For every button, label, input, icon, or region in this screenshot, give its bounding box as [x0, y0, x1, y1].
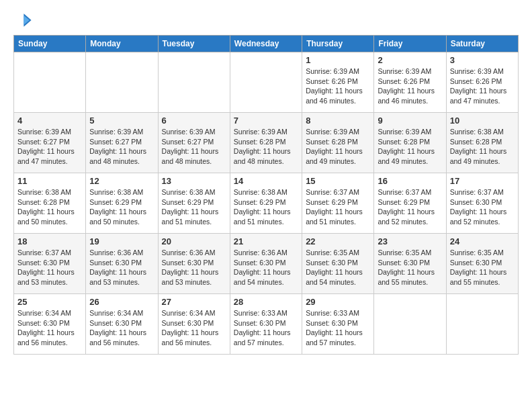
day-number: 23: [378, 236, 442, 246]
day-info: Sunrise: 6:37 AMSunset: 6:29 PMDaylight:…: [306, 187, 370, 227]
day-number: 26: [89, 297, 154, 307]
day-info: Sunrise: 6:35 AMSunset: 6:30 PMDaylight:…: [378, 248, 442, 287]
day-number: 7: [234, 116, 298, 126]
calendar-header-sunday: Sunday: [14, 36, 86, 52]
calendar-cell: 3Sunrise: 6:39 AMSunset: 6:26 PMDaylight…: [446, 52, 518, 113]
calendar-cell: 4Sunrise: 6:39 AMSunset: 6:27 PMDaylight…: [14, 113, 86, 173]
day-info: Sunrise: 6:39 AMSunset: 6:28 PMDaylight:…: [234, 127, 298, 167]
day-number: 15: [306, 176, 370, 186]
day-info: Sunrise: 6:36 AMSunset: 6:30 PMDaylight:…: [162, 248, 226, 287]
day-number: 6: [162, 116, 226, 126]
day-info: Sunrise: 6:39 AMSunset: 6:26 PMDaylight:…: [378, 66, 442, 106]
calendar-cell: 6Sunrise: 6:39 AMSunset: 6:27 PMDaylight…: [158, 113, 230, 173]
calendar-cell: 11Sunrise: 6:38 AMSunset: 6:28 PMDayligh…: [14, 173, 86, 234]
day-info: Sunrise: 6:38 AMSunset: 6:28 PMDaylight:…: [17, 187, 82, 227]
day-info: Sunrise: 6:33 AMSunset: 6:30 PMDaylight:…: [234, 308, 298, 348]
calendar-cell: 23Sunrise: 6:35 AMSunset: 6:30 PMDayligh…: [374, 234, 446, 294]
day-number: 4: [17, 116, 82, 126]
calendar-cell: 2Sunrise: 6:39 AMSunset: 6:26 PMDaylight…: [374, 52, 446, 113]
calendar-cell: 29Sunrise: 6:33 AMSunset: 6:30 PMDayligh…: [302, 294, 374, 355]
day-number: 16: [378, 176, 442, 186]
calendar-cell: 12Sunrise: 6:38 AMSunset: 6:29 PMDayligh…: [86, 173, 158, 234]
calendar-cell: 13Sunrise: 6:38 AMSunset: 6:29 PMDayligh…: [158, 173, 230, 234]
day-info: Sunrise: 6:35 AMSunset: 6:30 PMDaylight:…: [306, 248, 370, 287]
calendar-header-saturday: Saturday: [446, 36, 518, 52]
calendar-cell: 19Sunrise: 6:36 AMSunset: 6:30 PMDayligh…: [86, 234, 158, 294]
calendar: SundayMondayTuesdayWednesdayThursdayFrid…: [13, 35, 519, 355]
day-number: 12: [89, 176, 154, 186]
calendar-header-tuesday: Tuesday: [158, 36, 230, 52]
day-number: 20: [162, 236, 226, 246]
calendar-cell: [446, 294, 518, 355]
calendar-week-row: 4Sunrise: 6:39 AMSunset: 6:27 PMDaylight…: [14, 113, 519, 173]
calendar-week-row: 1Sunrise: 6:39 AMSunset: 6:26 PMDaylight…: [14, 52, 519, 113]
day-info: Sunrise: 6:38 AMSunset: 6:28 PMDaylight:…: [450, 127, 515, 167]
day-info: Sunrise: 6:38 AMSunset: 6:29 PMDaylight:…: [234, 187, 298, 227]
header-area: [13, 11, 519, 30]
day-info: Sunrise: 6:34 AMSunset: 6:30 PMDaylight:…: [17, 308, 82, 348]
calendar-cell: 7Sunrise: 6:39 AMSunset: 6:28 PMDaylight…: [230, 113, 302, 173]
calendar-cell: 22Sunrise: 6:35 AMSunset: 6:30 PMDayligh…: [302, 234, 374, 294]
day-number: 10: [450, 116, 515, 126]
day-number: 13: [162, 176, 226, 186]
calendar-cell: 25Sunrise: 6:34 AMSunset: 6:30 PMDayligh…: [14, 294, 86, 355]
calendar-cell: 17Sunrise: 6:37 AMSunset: 6:30 PMDayligh…: [446, 173, 518, 234]
calendar-cell: 16Sunrise: 6:37 AMSunset: 6:29 PMDayligh…: [374, 173, 446, 234]
day-info: Sunrise: 6:34 AMSunset: 6:30 PMDaylight:…: [89, 308, 154, 348]
logo: [13, 11, 35, 30]
calendar-cell: [14, 52, 86, 113]
day-info: Sunrise: 6:39 AMSunset: 6:26 PMDaylight:…: [450, 66, 515, 106]
day-number: 14: [234, 176, 298, 186]
day-info: Sunrise: 6:39 AMSunset: 6:26 PMDaylight:…: [306, 66, 370, 106]
day-info: Sunrise: 6:36 AMSunset: 6:30 PMDaylight:…: [234, 248, 298, 287]
day-info: Sunrise: 6:38 AMSunset: 6:29 PMDaylight:…: [162, 187, 226, 227]
calendar-cell: 15Sunrise: 6:37 AMSunset: 6:29 PMDayligh…: [302, 173, 374, 234]
calendar-cell: 10Sunrise: 6:38 AMSunset: 6:28 PMDayligh…: [446, 113, 518, 173]
day-number: 29: [306, 297, 370, 307]
calendar-header-monday: Monday: [86, 36, 158, 52]
day-number: 5: [89, 116, 154, 126]
day-number: 1: [306, 55, 370, 65]
calendar-cell: 14Sunrise: 6:38 AMSunset: 6:29 PMDayligh…: [230, 173, 302, 234]
day-info: Sunrise: 6:39 AMSunset: 6:28 PMDaylight:…: [306, 127, 370, 167]
day-info: Sunrise: 6:39 AMSunset: 6:28 PMDaylight:…: [378, 127, 442, 167]
day-info: Sunrise: 6:37 AMSunset: 6:29 PMDaylight:…: [378, 187, 442, 227]
day-number: 25: [17, 297, 82, 307]
calendar-week-row: 25Sunrise: 6:34 AMSunset: 6:30 PMDayligh…: [14, 294, 519, 355]
calendar-cell: 5Sunrise: 6:39 AMSunset: 6:27 PMDaylight…: [86, 113, 158, 173]
day-info: Sunrise: 6:35 AMSunset: 6:30 PMDaylight:…: [450, 248, 515, 287]
day-number: 3: [450, 55, 515, 65]
day-number: 11: [17, 176, 82, 186]
day-number: 8: [306, 116, 370, 126]
day-number: 24: [450, 236, 515, 246]
day-info: Sunrise: 6:39 AMSunset: 6:27 PMDaylight:…: [89, 127, 154, 167]
day-number: 18: [17, 236, 82, 246]
calendar-header-row: SundayMondayTuesdayWednesdayThursdayFrid…: [14, 36, 519, 52]
day-info: Sunrise: 6:37 AMSunset: 6:30 PMDaylight:…: [450, 187, 515, 227]
day-number: 27: [162, 297, 226, 307]
calendar-cell: [158, 52, 230, 113]
page: SundayMondayTuesdayWednesdayThursdayFrid…: [0, 0, 532, 411]
day-number: 19: [89, 236, 154, 246]
day-info: Sunrise: 6:39 AMSunset: 6:27 PMDaylight:…: [162, 127, 226, 167]
calendar-cell: [86, 52, 158, 113]
day-info: Sunrise: 6:37 AMSunset: 6:30 PMDaylight:…: [17, 248, 82, 287]
calendar-week-row: 18Sunrise: 6:37 AMSunset: 6:30 PMDayligh…: [14, 234, 519, 294]
calendar-header-thursday: Thursday: [302, 36, 374, 52]
calendar-cell: 20Sunrise: 6:36 AMSunset: 6:30 PMDayligh…: [158, 234, 230, 294]
calendar-cell: 9Sunrise: 6:39 AMSunset: 6:28 PMDaylight…: [374, 113, 446, 173]
calendar-cell: 28Sunrise: 6:33 AMSunset: 6:30 PMDayligh…: [230, 294, 302, 355]
calendar-cell: 1Sunrise: 6:39 AMSunset: 6:26 PMDaylight…: [302, 52, 374, 113]
day-info: Sunrise: 6:34 AMSunset: 6:30 PMDaylight:…: [162, 308, 226, 348]
calendar-cell: 18Sunrise: 6:37 AMSunset: 6:30 PMDayligh…: [14, 234, 86, 294]
calendar-cell: 26Sunrise: 6:34 AMSunset: 6:30 PMDayligh…: [86, 294, 158, 355]
day-number: 9: [378, 116, 442, 126]
day-info: Sunrise: 6:33 AMSunset: 6:30 PMDaylight:…: [306, 308, 370, 348]
day-info: Sunrise: 6:39 AMSunset: 6:27 PMDaylight:…: [17, 127, 82, 167]
calendar-cell: [374, 294, 446, 355]
day-number: 22: [306, 236, 370, 246]
day-number: 17: [450, 176, 515, 186]
logo-icon: [13, 11, 32, 30]
calendar-cell: [230, 52, 302, 113]
calendar-header-wednesday: Wednesday: [230, 36, 302, 52]
